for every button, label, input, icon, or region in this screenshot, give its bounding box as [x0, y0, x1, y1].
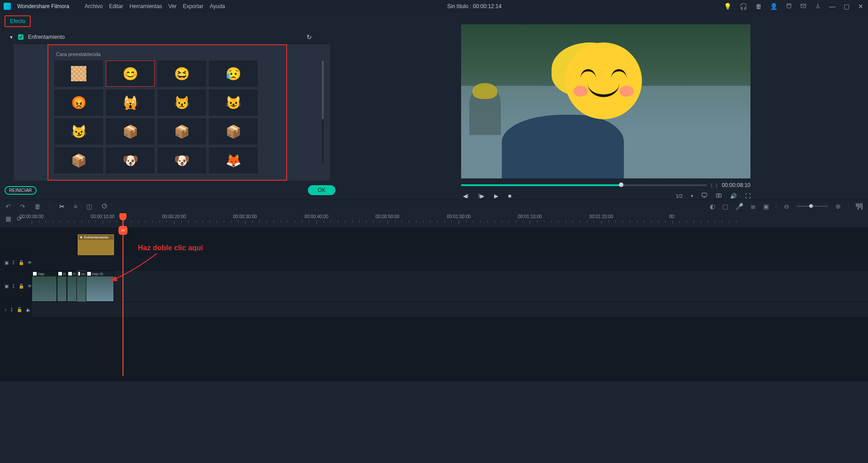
cut-button[interactable]: ✂ [59, 203, 65, 210]
preview-video[interactable] [461, 24, 750, 178]
shield-icon[interactable]: ▢ [722, 203, 728, 210]
adjust-icon[interactable]: ≡ [74, 203, 77, 210]
effect-panel: Efecto ▼ Enfrentamiento ↻ Cara preestabl… [0, 13, 344, 200]
minimize-button[interactable]: — [829, 3, 835, 10]
zoom-out-icon[interactable]: ⊖ [784, 203, 789, 210]
reset-section-icon[interactable]: ↻ [307, 33, 312, 41]
menu-ayuda[interactable]: Ayuda [210, 3, 225, 9]
audio-track-body[interactable] [32, 302, 868, 317]
speed-icon[interactable] [101, 202, 108, 210]
delete-button[interactable]: 🗑 [34, 203, 41, 210]
effect-track-head: ▣ 2 🔓 👁 [0, 260, 32, 265]
preset-scrollbar[interactable] [322, 61, 324, 164]
track-icon: ♪ [5, 307, 7, 312]
preview-panel: { } 00:00:08:10 ◀I I▶ ▶ ■ 1/2 ▾ 🔊 ⛶ [344, 13, 868, 200]
svg-rect-1 [801, 4, 806, 7]
preset-dog-husky[interactable]: 🐶 [106, 147, 155, 173]
preview-timecode: 00:00:08:10 [722, 182, 750, 188]
color-icon[interactable]: ◐ [710, 203, 715, 210]
lock-icon[interactable]: 🔓 [17, 307, 22, 312]
fullscreen-icon[interactable]: ⛶ [745, 193, 750, 199]
preset-cat-cute[interactable]: 😺 [209, 89, 258, 116]
account-icon[interactable]: 👤 [770, 3, 778, 10]
playhead-split-icon[interactable]: ✂ [118, 226, 127, 235]
preset-box-angry[interactable]: 📦 [106, 118, 155, 145]
preset-dog-brown[interactable]: 🐶 [157, 147, 206, 173]
marker-icon[interactable]: ▣ [763, 203, 769, 210]
redo-button[interactable]: ↷ [20, 203, 25, 210]
menu-herramientas[interactable]: Herramientas [130, 3, 162, 9]
ok-button[interactable]: OK [308, 185, 335, 195]
pager: 1/2 [676, 193, 683, 199]
mute-icon[interactable]: 🔈 [26, 307, 31, 312]
preset-cat-neutral[interactable]: 😾 [157, 89, 206, 116]
volume-icon[interactable]: 🔊 [730, 193, 737, 199]
mixer-icon[interactable]: ≣ [750, 203, 756, 210]
play-button[interactable]: ▶ [494, 193, 498, 199]
display-icon[interactable] [701, 192, 708, 200]
tab-effect[interactable]: Efecto [5, 15, 31, 27]
video-clip-4[interactable]: Va [77, 271, 86, 302]
menu-ver[interactable]: Ver [169, 3, 177, 9]
marker-braces[interactable]: { } [711, 182, 718, 188]
delete-icon[interactable]: 🗑 [755, 3, 762, 10]
crop-icon[interactable]: ◫ [86, 203, 92, 210]
undo-button[interactable]: ↶ [5, 203, 11, 210]
waveform-icon[interactable] [856, 203, 863, 210]
svg-rect-3 [717, 194, 722, 197]
progress-slider[interactable] [461, 184, 707, 186]
face-overlay-icon [565, 42, 642, 119]
preset-smile[interactable]: 😊 [106, 61, 155, 87]
mail-icon[interactable] [800, 3, 807, 10]
next-frame-button[interactable]: I▶ [478, 193, 484, 199]
pager-dropdown-icon[interactable]: ▾ [691, 193, 693, 198]
collapse-icon[interactable]: ▼ [9, 35, 14, 40]
preset-mosaic[interactable] [54, 61, 103, 87]
progress-row: { } 00:00:08:10 [461, 182, 750, 188]
stop-button[interactable]: ■ [508, 193, 511, 199]
preset-box-worried[interactable]: 📦 [157, 118, 206, 145]
preset-area: Cara preestablecida 😊 😆 😥 😡 🙀 😾 😺 😼 📦 📦 … [14, 44, 330, 181]
preset-box-sad[interactable]: 📦 [209, 118, 258, 145]
close-button[interactable]: ✕ [858, 3, 864, 10]
timeline-tracks: Haz doble clic aquí ★Enfrentamiento ▣ 2 … [0, 228, 868, 381]
svg-rect-0 [787, 4, 791, 8]
mic-icon[interactable]: 🎤 [736, 203, 743, 210]
reset-button[interactable]: REINICIAR [5, 186, 37, 195]
timeline-ruler[interactable]: ✂ 00:00:00:0000:00:10:0000:00:20:0000:00… [32, 214, 868, 228]
preset-cat-wink[interactable]: 😼 [54, 118, 103, 145]
snapshot-icon[interactable] [716, 192, 722, 200]
effect-clip[interactable]: ★Enfrentamiento [78, 234, 114, 256]
video-track-head: ▣ 1 🔓 👁 [0, 284, 32, 289]
preset-dog-fox[interactable]: 🦊 [209, 147, 258, 173]
lock-icon[interactable]: 🔓 [19, 260, 24, 265]
main-area: Efecto ▼ Enfrentamiento ↻ Cara preestabl… [0, 13, 868, 200]
preset-box-love[interactable]: 📦 [54, 147, 103, 173]
app-name: Wondershare Filmora [17, 3, 69, 9]
video-clip-2[interactable]: Vi [57, 271, 67, 302]
project-title: Sin título : 00:00:12:14 [231, 3, 717, 9]
audio-track-row: ♪ 1 🔓 🔈 [0, 302, 868, 317]
lock-icon[interactable]: 🔓 [19, 284, 24, 289]
preset-angry[interactable]: 😡 [54, 89, 103, 116]
preset-laugh[interactable]: 😆 [157, 61, 206, 87]
menu-archivo[interactable]: Archivo [85, 3, 103, 9]
video-clip-1[interactable]: Viaje [32, 271, 57, 302]
zoom-slider[interactable] [797, 206, 828, 207]
track-manager-icon[interactable]: ▦ [5, 215, 11, 222]
effect-enabled-checkbox[interactable] [18, 34, 24, 40]
preset-sweat[interactable]: 😥 [209, 61, 258, 87]
zoom-in-icon[interactable]: ⊕ [835, 203, 841, 210]
preset-cat-scream[interactable]: 🙀 [106, 89, 155, 116]
menu-editar[interactable]: Editar [109, 3, 123, 9]
download-icon[interactable] [815, 3, 821, 10]
menu-exportar[interactable]: Exportar [183, 3, 203, 9]
timeline-toolbar: ↶ ↷ 🗑 ✂ ≡ ◫ ◐ ▢ 🎤 ≣ ▣ ⊖ ⊕ [0, 200, 868, 212]
tips-icon[interactable]: 💡 [724, 3, 731, 10]
save-icon[interactable] [786, 3, 792, 10]
support-icon[interactable]: 🎧 [740, 3, 747, 10]
maximize-button[interactable]: ▢ [844, 3, 850, 10]
video-clip-3[interactable]: Vi [67, 271, 77, 302]
effect-section-header[interactable]: ▼ Enfrentamiento ↻ [0, 30, 344, 44]
prev-frame-button[interactable]: ◀I [463, 193, 468, 199]
